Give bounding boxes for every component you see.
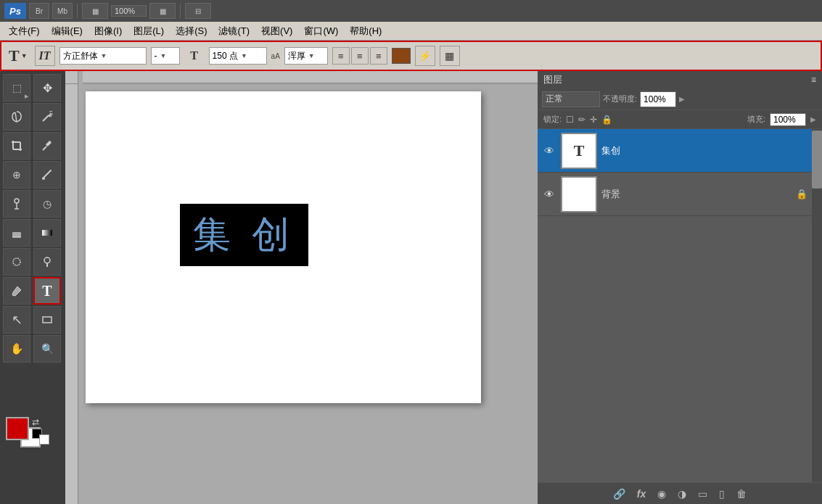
adjustment-btn[interactable]: ◑ xyxy=(675,487,689,501)
link-layers-btn[interactable]: 🔗 xyxy=(610,487,628,501)
menu-layer[interactable]: 图层(L) xyxy=(128,22,170,40)
screen-mode-btn[interactable]: ▦ xyxy=(149,3,176,19)
font-size-value: 150 点 xyxy=(213,50,238,62)
italic-text-btn[interactable]: IT xyxy=(35,46,55,66)
menu-file[interactable]: 文件(F) xyxy=(3,22,46,40)
warp-text-btn[interactable]: ⚡ xyxy=(415,46,435,66)
layer-item-background[interactable]: 👁 背景 🔒 xyxy=(538,173,812,216)
gradient-tool[interactable] xyxy=(33,219,61,247)
brush-tool[interactable] xyxy=(33,161,61,189)
blur-tool[interactable] xyxy=(3,248,30,276)
canvas-document[interactable]: 集 创 xyxy=(86,91,481,403)
path-select-tool[interactable]: ↖ xyxy=(3,306,30,334)
layer-visibility-jichuang[interactable]: 👁 xyxy=(542,144,556,158)
blend-mode-select[interactable]: 正常 ▼ xyxy=(542,91,600,107)
default-bg-color[interactable] xyxy=(39,434,49,445)
magic-wand-tool[interactable] xyxy=(33,103,61,131)
bridge-btn[interactable]: Br xyxy=(29,3,49,19)
layers-lock-row: 锁定: ☐ ✏ ✛ 🔒 填充: 100% ▶ xyxy=(538,110,822,129)
layers-bottom-toolbar: 🔗 fx ◉ ◑ ▭ ▯ 🗑 xyxy=(538,482,822,504)
menu-view[interactable]: 视图(V) xyxy=(255,22,298,40)
text-tool-icon[interactable]: T ▼ xyxy=(6,45,30,67)
new-layer-btn[interactable]: ▯ xyxy=(716,487,728,501)
shape-tool[interactable] xyxy=(33,306,61,334)
svg-line-1 xyxy=(43,115,49,121)
panels-area: 图层 ≡ 正常 ▼ 不透明度: 100% ▶ 锁定: ☐ ✏ ✛ xyxy=(538,71,822,504)
add-mask-btn[interactable]: ◉ xyxy=(654,487,669,501)
layers-title-bar: 图层 ≡ xyxy=(538,71,822,88)
swap-colors-btn[interactable]: ⇄ xyxy=(32,417,39,427)
eraser-tool[interactable] xyxy=(3,219,30,247)
canvas-area: 集 创 xyxy=(65,71,538,504)
zoom-select[interactable]: 100% ▼ xyxy=(111,5,147,17)
menu-edit[interactable]: 编辑(E) xyxy=(46,22,89,40)
text-color-swatch[interactable] xyxy=(392,48,411,64)
layers-list: 👁 T 集创 👁 背景 🔒 xyxy=(538,129,812,482)
lock-transparent-icon[interactable]: ☐ xyxy=(566,115,574,125)
menu-image[interactable]: 图像(I) xyxy=(89,22,128,40)
font-family-select[interactable]: 方正舒体 ▼ xyxy=(59,47,147,65)
menu-window[interactable]: 窗口(W) xyxy=(298,22,344,40)
text-tool[interactable]: T xyxy=(33,277,61,305)
font-variant-value: - xyxy=(155,51,157,61)
lock-label: 锁定: xyxy=(543,114,562,125)
layers-scrollbar[interactable] xyxy=(812,129,822,482)
crop-tool[interactable] xyxy=(3,132,30,160)
menu-help[interactable]: 帮助(H) xyxy=(344,22,387,40)
align-group: ≡ ≡ ≡ xyxy=(332,47,387,65)
clone-stamp-tool[interactable] xyxy=(3,190,30,218)
move-tool[interactable]: ✥ xyxy=(33,74,61,102)
lock-position-icon[interactable]: ✛ xyxy=(590,115,597,125)
workspace-btn[interactable]: ▦ xyxy=(82,3,108,19)
menu-select[interactable]: 选择(S) xyxy=(170,22,213,40)
marquee-tool[interactable]: ⬚ ▶ xyxy=(3,74,30,102)
opacity-input[interactable]: 100% xyxy=(640,91,676,107)
font-size-icon: T xyxy=(184,46,205,66)
antialiasing-arrow: ▼ xyxy=(308,52,315,59)
fill-value-text: 100% xyxy=(773,115,796,125)
layer-thumb-background xyxy=(561,176,597,212)
history-brush-tool[interactable]: ◷ xyxy=(33,190,61,218)
align-left-btn[interactable]: ≡ xyxy=(332,47,350,65)
arrange-btn[interactable]: ⊟ xyxy=(185,3,211,19)
layer-name-jichuang: 集创 xyxy=(601,144,807,157)
zoom-tool[interactable]: 🔍 xyxy=(33,335,61,363)
blend-mode-arrow: ▼ xyxy=(566,96,572,103)
lock-image-icon[interactable]: ✏ xyxy=(578,115,585,125)
delete-layer-btn[interactable]: 🗑 xyxy=(733,487,749,501)
left-toolbar: ⬚ ▶ ✥ ⊕ xyxy=(0,71,65,504)
opacity-label: 不透明度: xyxy=(603,94,637,104)
hand-tool[interactable]: ✋ xyxy=(3,335,30,363)
layers-menu-btn[interactable]: ≡ xyxy=(811,75,816,85)
font-size-select[interactable]: 150 点 ▼ xyxy=(209,47,267,65)
layer-visibility-background[interactable]: 👁 xyxy=(542,187,556,202)
new-group-btn[interactable]: ▭ xyxy=(695,487,710,501)
fg-color-swatch[interactable] xyxy=(6,417,29,440)
layers-list-container: 👁 T 集创 👁 背景 🔒 xyxy=(538,129,822,482)
font-variant-select[interactable]: - ▼ xyxy=(151,47,180,65)
ruler-corner xyxy=(65,71,78,84)
svg-point-13 xyxy=(42,177,45,180)
mini-btn[interactable]: Mb xyxy=(52,3,73,19)
menu-filter[interactable]: 滤镜(T) xyxy=(213,22,255,40)
ruler-top xyxy=(83,71,538,84)
fx-btn[interactable]: fx xyxy=(634,487,649,501)
eyedropper-tool[interactable] xyxy=(33,132,61,160)
color-picker-section: ⇄ xyxy=(6,417,59,453)
fill-arrow[interactable]: ▶ xyxy=(810,115,816,123)
fill-input[interactable]: 100% xyxy=(770,113,806,126)
align-center-btn[interactable]: ≡ xyxy=(351,47,369,65)
lock-all-icon[interactable]: 🔒 xyxy=(601,115,612,125)
align-right-btn[interactable]: ≡ xyxy=(370,47,387,65)
pen-tool[interactable] xyxy=(3,277,30,305)
antialiasing-select[interactable]: 浑厚 ▼ xyxy=(284,47,328,65)
opacity-arrow[interactable]: ▶ xyxy=(679,95,685,103)
lasso-tool[interactable] xyxy=(3,103,30,131)
svg-marker-2 xyxy=(49,113,52,117)
healing-brush-tool[interactable]: ⊕ xyxy=(3,161,30,189)
layer-item-jichuang[interactable]: 👁 T 集创 xyxy=(538,129,812,173)
dodge-tool[interactable] xyxy=(33,248,61,276)
menu-bar: 文件(F) 编辑(E) 图像(I) 图层(L) 选择(S) 滤镜(T) 视图(V… xyxy=(0,22,822,41)
toggle-panels-btn[interactable]: ▦ xyxy=(440,46,460,66)
svg-line-0 xyxy=(15,112,17,122)
